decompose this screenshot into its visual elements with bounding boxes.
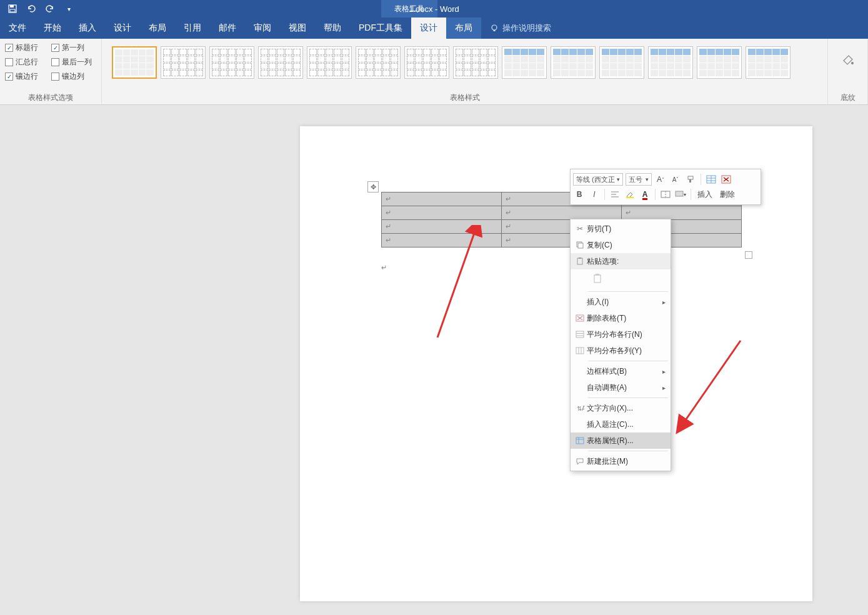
group-label-styles: 表格样式 xyxy=(107,90,822,103)
format-painter-icon[interactable] xyxy=(684,173,697,186)
font-size-combo[interactable]: 五号▾ xyxy=(626,173,652,186)
tab-help[interactable]: 帮助 xyxy=(315,18,350,39)
table-style-thumb[interactable] xyxy=(258,46,303,79)
tab-home[interactable]: 开始 xyxy=(35,18,70,39)
distribute-rows-icon xyxy=(573,328,587,341)
check-banded-rows[interactable]: 镶边行 xyxy=(5,71,47,82)
chevron-right-icon: ▸ xyxy=(662,368,666,375)
table-style-thumb[interactable] xyxy=(404,46,449,79)
ctx-insert-caption[interactable]: 插入题注(C)... xyxy=(571,416,671,432)
tab-table-design[interactable]: 设计 xyxy=(411,18,446,39)
grow-font-icon[interactable]: A˄ xyxy=(654,173,667,186)
table-style-thumb[interactable] xyxy=(307,46,352,79)
table-style-thumb[interactable] xyxy=(648,46,693,79)
table-style-thumb[interactable] xyxy=(453,46,498,79)
ctx-insert[interactable]: 插入(I) ▸ xyxy=(571,294,671,310)
shading-button[interactable] xyxy=(836,46,860,76)
tab-layout[interactable]: 布局 xyxy=(140,18,175,39)
svg-rect-18 xyxy=(626,197,634,198)
insert-table-icon[interactable] xyxy=(705,173,717,186)
table-properties-icon xyxy=(573,434,587,447)
window-title: 1.docx - Word xyxy=(409,4,459,14)
check-last-column[interactable]: 最后一列 xyxy=(51,57,94,68)
qat-dropdown-icon[interactable]: ▾ xyxy=(64,4,74,14)
ctx-cut[interactable]: ✂ 剪切(T) xyxy=(571,221,671,237)
tab-file[interactable]: 文件 xyxy=(0,18,35,39)
ctx-delete-table[interactable]: 删除表格(T) xyxy=(571,310,671,326)
paste-keep-formatting-icon[interactable] xyxy=(589,271,607,287)
table-style-thumb[interactable] xyxy=(599,46,644,79)
quick-access-toolbar: ▾ xyxy=(0,4,74,14)
copy-icon xyxy=(573,239,587,251)
check-total-row[interactable]: 汇总行 xyxy=(5,57,47,68)
italic-icon[interactable]: I xyxy=(588,188,601,201)
mini-toolbar: 等线 (西文正▾ 五号▾ A˄ A˅ B I A ▾ xyxy=(570,169,761,205)
highlight-icon[interactable] xyxy=(624,188,636,201)
ctx-distribute-rows[interactable]: 平均分布各行(N) xyxy=(571,326,671,342)
table-styles-gallery[interactable] xyxy=(107,42,822,82)
svg-point-3 xyxy=(492,25,497,30)
tab-table-layout[interactable]: 布局 xyxy=(446,18,481,39)
check-banded-columns[interactable]: 镶边列 xyxy=(51,71,94,82)
ribbon-body: 标题行 第一列 汇总行 最后一列 镶边行 镶边列 表格样式选项 表格样式 xyxy=(0,39,868,105)
table-style-thumb[interactable] xyxy=(112,46,157,79)
tell-me-search[interactable]: 操作说明搜索 xyxy=(481,18,560,39)
svg-rect-23 xyxy=(578,243,583,248)
chevron-right-icon: ▸ xyxy=(662,384,666,391)
tab-design[interactable]: 设计 xyxy=(105,18,140,39)
merge-cells-icon[interactable] xyxy=(659,188,672,201)
shading-mini-icon[interactable]: ▾ xyxy=(674,188,687,201)
context-menu: ✂ 剪切(T) 复制(C) 粘贴选项: 插入(I) ▸ 删除表格(T) 平均分布… xyxy=(570,219,671,471)
ctx-autofit[interactable]: 自动调整(A) ▸ xyxy=(571,379,671,396)
svg-rect-7 xyxy=(689,179,691,182)
ctx-border-styles[interactable]: 边框样式(B) ▸ xyxy=(571,363,671,379)
mini-insert-button[interactable]: 插入 xyxy=(695,188,715,201)
tab-insert[interactable]: 插入 xyxy=(70,18,105,39)
tab-review[interactable]: 审阅 xyxy=(245,18,280,39)
table-style-thumb[interactable] xyxy=(697,46,742,79)
ctx-copy[interactable]: 复制(C) xyxy=(571,237,671,253)
ctx-paste-options-header: 粘贴选项: xyxy=(571,253,671,269)
svg-rect-2 xyxy=(10,9,15,12)
chevron-right-icon: ▸ xyxy=(662,299,666,306)
svg-rect-24 xyxy=(577,258,582,264)
delete-table-icon[interactable] xyxy=(720,173,732,186)
ctx-new-comment[interactable]: 新建批注(M) xyxy=(571,453,671,469)
table-row[interactable]: ↵↵↵ xyxy=(382,206,742,220)
bold-icon[interactable]: B xyxy=(573,188,586,201)
svg-rect-34 xyxy=(576,348,584,354)
ctx-distribute-cols[interactable]: 平均分布各列(Y) xyxy=(571,342,671,359)
shrink-font-icon[interactable]: A˅ xyxy=(669,173,682,186)
comment-icon xyxy=(573,455,587,468)
align-icon[interactable] xyxy=(609,188,621,201)
tab-mailings[interactable]: 邮件 xyxy=(210,18,245,39)
tab-references[interactable]: 引用 xyxy=(175,18,210,39)
svg-point-5 xyxy=(851,62,854,64)
table-move-handle-icon[interactable]: ✥ xyxy=(367,181,379,192)
font-color-icon[interactable]: A xyxy=(639,188,651,201)
save-icon[interactable] xyxy=(7,4,17,14)
table-style-thumb[interactable] xyxy=(356,46,401,79)
table-style-thumb[interactable] xyxy=(502,46,547,79)
table-style-thumb[interactable] xyxy=(209,46,254,79)
distribute-cols-icon xyxy=(573,344,587,357)
check-first-column[interactable]: 第一列 xyxy=(51,42,94,53)
redo-icon[interactable] xyxy=(45,4,55,14)
svg-rect-31 xyxy=(576,331,584,338)
group-label-options: 表格样式选项 xyxy=(5,90,96,103)
table-style-thumb[interactable] xyxy=(161,46,206,79)
ctx-table-properties[interactable]: 表格属性(R)... xyxy=(571,432,671,449)
table-row[interactable]: ↵↵↵ xyxy=(382,234,742,248)
mini-delete-button[interactable]: 删除 xyxy=(717,188,737,201)
undo-icon[interactable] xyxy=(26,4,36,14)
tab-pdf-tools[interactable]: PDF工具集 xyxy=(350,18,411,39)
table-style-thumb[interactable] xyxy=(746,46,791,79)
table-style-thumb[interactable] xyxy=(551,46,596,79)
ctx-text-direction[interactable]: ⇅A 文字方向(X)... xyxy=(571,400,671,416)
table-row[interactable]: ↵↵↵ xyxy=(382,220,742,234)
font-name-combo[interactable]: 等线 (西文正▾ xyxy=(573,173,623,186)
check-header-row[interactable]: 标题行 xyxy=(5,42,47,53)
table-resize-handle-icon[interactable] xyxy=(745,251,752,259)
tab-view[interactable]: 视图 xyxy=(280,18,315,39)
svg-rect-26 xyxy=(594,275,601,282)
